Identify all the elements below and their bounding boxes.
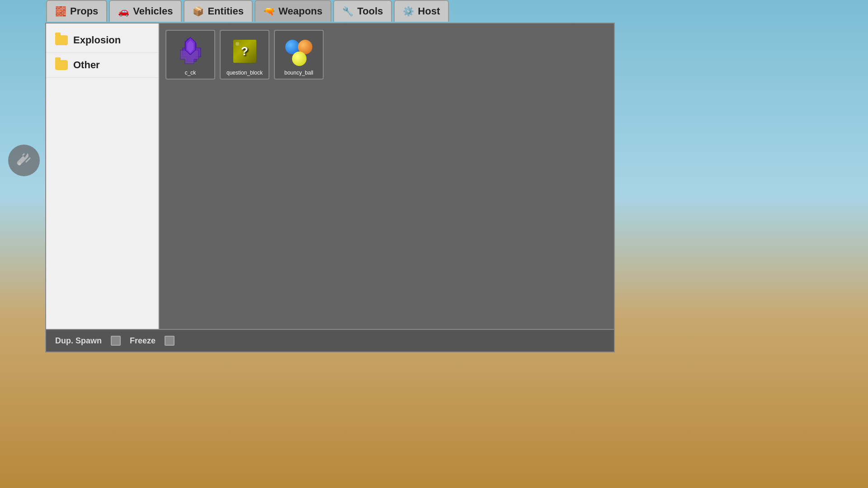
tab-tools-label: Tools	[357, 5, 383, 17]
freeze-label: Freeze	[130, 336, 156, 346]
bouncy-ball-shape	[283, 35, 315, 67]
dup-spawn-checkbox[interactable]	[111, 336, 121, 346]
vehicles-icon: 🚗	[118, 6, 129, 17]
sidebar: Explosion Other	[46, 23, 159, 329]
ball-yellow	[292, 52, 307, 66]
folder-icon-explosion	[55, 35, 68, 45]
item-label-c-ck: c_ck	[166, 70, 214, 76]
main-panel: 🧱 Props 🚗 Vehicles 📦 Entities 🔫 Weapons …	[45, 23, 615, 352]
c-ck-shape	[178, 37, 203, 66]
item-label-bouncy-ball: bouncy_ball	[275, 70, 323, 76]
tab-props[interactable]: 🧱 Props	[46, 0, 107, 22]
sidebar-label-other: Other	[73, 59, 100, 71]
wrench-icon	[15, 151, 33, 169]
host-icon: ⚙️	[403, 6, 414, 17]
content-area: c_ck ? question_block	[159, 23, 614, 329]
tab-host[interactable]: ⚙️ Host	[394, 0, 449, 22]
question-mark: ?	[241, 44, 248, 58]
tab-entities-label: Entities	[208, 5, 243, 17]
tab-tools[interactable]: 🔧 Tools	[333, 0, 392, 22]
tools-overlay-button[interactable]	[8, 145, 40, 176]
tab-bar: 🧱 Props 🚗 Vehicles 📦 Entities 🔫 Weapons …	[46, 0, 449, 22]
bottom-bar: Dup. Spawn Freeze	[46, 329, 614, 352]
qblock-spot	[236, 42, 239, 46]
tab-host-label: Host	[418, 5, 440, 17]
item-question-block[interactable]: ? question_block	[220, 30, 269, 80]
dup-spawn-label: Dup. Spawn	[55, 336, 102, 346]
item-label-question-block: question_block	[221, 70, 269, 76]
tab-entities[interactable]: 📦 Entities	[184, 0, 252, 22]
svg-point-0	[18, 163, 21, 165]
folder-icon-other	[55, 60, 68, 70]
sidebar-item-other[interactable]: Other	[46, 53, 158, 78]
freeze-checkbox[interactable]	[165, 336, 175, 346]
panel-body: Explosion Other c_ck	[46, 23, 614, 329]
entities-icon: 📦	[193, 6, 204, 17]
tools-icon: 🔧	[342, 6, 354, 17]
tab-vehicles-label: Vehicles	[133, 5, 173, 17]
props-icon: 🧱	[55, 6, 66, 17]
tab-weapons-label: Weapons	[278, 5, 322, 17]
tab-weapons[interactable]: 🔫 Weapons	[255, 0, 331, 22]
sidebar-item-explosion[interactable]: Explosion	[46, 28, 158, 53]
question-block-shape: ?	[232, 39, 257, 64]
tab-vehicles[interactable]: 🚗 Vehicles	[109, 0, 182, 22]
weapons-icon: 🔫	[264, 6, 275, 17]
tab-props-label: Props	[70, 5, 98, 17]
sidebar-label-explosion: Explosion	[73, 34, 121, 46]
item-c-ck[interactable]: c_ck	[165, 30, 215, 80]
item-bouncy-ball[interactable]: bouncy_ball	[274, 30, 324, 80]
items-grid: c_ck ? question_block	[165, 30, 608, 80]
